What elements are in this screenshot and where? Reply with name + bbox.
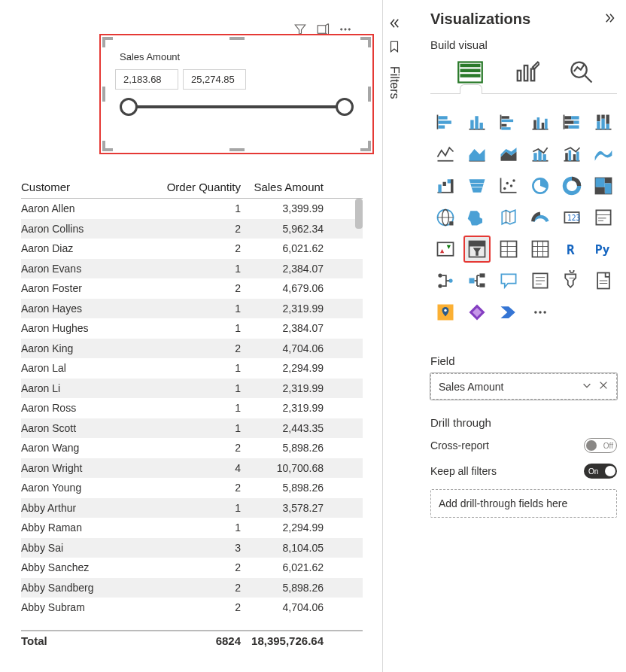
cell-amount: 6,021.62 <box>245 242 328 254</box>
viz-type-shape-map[interactable] <box>495 204 522 231</box>
total-qty: 6824 <box>164 634 245 647</box>
viz-type-decomposition-tree[interactable] <box>463 267 491 294</box>
viz-type-key-influencers[interactable] <box>432 267 459 294</box>
viz-type-stacked-bar[interactable] <box>432 109 459 136</box>
table-row[interactable]: Aaron Evans12,384.07 <box>21 259 363 279</box>
remove-field-icon[interactable] <box>598 380 609 393</box>
viz-type-pie[interactable] <box>527 172 554 199</box>
table-row[interactable]: Aaron Wright410,700.68 <box>21 458 363 479</box>
viz-type-table[interactable] <box>495 236 522 263</box>
viz-type-waterfall[interactable] <box>432 172 459 199</box>
cell-amount: 2,294.99 <box>245 521 328 534</box>
keep-filters-toggle[interactable]: On <box>584 464 617 479</box>
viz-type-smart-narrative[interactable] <box>527 267 554 294</box>
filters-label[interactable]: Filters <box>387 66 401 99</box>
expand-icon[interactable] <box>603 11 617 27</box>
visualizations-pane: Visualizations Build visual 123RPy Field… <box>420 0 626 672</box>
table-row[interactable]: Aaron Li12,319.99 <box>21 379 363 399</box>
viz-type-funnel[interactable] <box>463 172 491 199</box>
col-sales-amount[interactable]: Sales Amount <box>245 181 328 193</box>
tab-analytics[interactable] <box>568 59 595 86</box>
slicer-max-input[interactable]: 25,274.85 <box>183 69 246 90</box>
viz-type-more-visuals[interactable] <box>527 299 554 326</box>
cell-amount: 4,679.06 <box>245 282 328 294</box>
viz-type-map[interactable] <box>432 204 459 231</box>
viz-type-filled-map[interactable] <box>463 204 491 231</box>
viz-type-line[interactable] <box>432 141 459 168</box>
slicer-handle-max[interactable] <box>336 98 354 116</box>
table-row[interactable]: Aaron Collins25,962.34 <box>21 219 363 239</box>
viz-type-hundred-stacked-bar[interactable] <box>558 109 585 136</box>
viz-type-hundred-stacked-column[interactable] <box>590 109 617 136</box>
slicer-visual[interactable]: Sales Amount 2,183.68 25,274.85 <box>99 34 374 154</box>
slicer-track[interactable] <box>127 105 346 108</box>
viz-type-clustered-column[interactable] <box>527 109 554 136</box>
viz-type-clustered-bar[interactable] <box>495 109 522 136</box>
svg-marker-89 <box>440 249 444 253</box>
table-row[interactable]: Aaron Allen13,399.99 <box>21 199 363 219</box>
slicer-min-input[interactable]: 2,183.68 <box>115 69 178 90</box>
tab-format[interactable] <box>512 59 539 86</box>
cell-qty: 2 <box>164 482 245 494</box>
slicer-handle-min[interactable] <box>120 98 138 116</box>
viz-type-stacked-area[interactable] <box>495 141 522 168</box>
viz-type-area[interactable] <box>463 141 491 168</box>
col-order-quantity[interactable]: Order Quantity <box>164 181 245 193</box>
viz-type-python-visual[interactable]: Py <box>590 236 617 263</box>
table-row[interactable]: Abby Sanchez26,021.62 <box>21 558 363 578</box>
viz-type-multi-row-card[interactable] <box>590 204 617 231</box>
cell-amount: 2,319.99 <box>245 382 328 394</box>
table-row[interactable]: Abby Subram24,704.06 <box>21 598 363 618</box>
chevron-down-icon[interactable] <box>582 380 592 393</box>
viz-type-arcgis-map[interactable] <box>432 299 459 326</box>
viz-type-line-clustered-column[interactable] <box>558 141 585 168</box>
viz-type-card[interactable]: 123 <box>558 204 585 231</box>
resize-handle-b[interactable] <box>229 148 245 151</box>
drill-through-drop-area[interactable]: Add drill-through fields here <box>430 489 617 518</box>
table-row[interactable]: Aaron Wang25,898.26 <box>21 438 363 458</box>
collapse-icon[interactable] <box>387 17 401 32</box>
cell-qty: 1 <box>164 362 245 374</box>
cell-qty: 2 <box>164 242 245 254</box>
viz-type-scatter[interactable] <box>495 172 522 199</box>
viz-type-metrics[interactable] <box>558 267 585 294</box>
table-row[interactable]: Aaron Diaz26,021.62 <box>21 239 363 259</box>
svg-rect-107 <box>470 278 475 284</box>
table-row[interactable]: Aaron King24,704.06 <box>21 339 363 359</box>
table-row[interactable]: Aaron Scott12,443.35 <box>21 418 363 439</box>
table-row[interactable]: Aaron Lal12,294.99 <box>21 358 363 379</box>
viz-type-qna[interactable] <box>495 267 522 294</box>
viz-type-power-automate[interactable] <box>495 299 522 326</box>
viz-type-power-apps[interactable] <box>463 299 491 326</box>
table-row[interactable]: Abby Raman12,294.99 <box>21 518 363 538</box>
cross-report-toggle[interactable]: Off <box>584 438 617 453</box>
cell-qty: 1 <box>164 322 245 334</box>
viz-type-gauge[interactable] <box>527 204 554 231</box>
viz-type-ribbon[interactable] <box>590 141 617 168</box>
table-row[interactable]: Aaron Hughes12,384.07 <box>21 318 363 339</box>
resize-handle-r[interactable] <box>368 87 371 102</box>
svg-point-66 <box>506 182 509 185</box>
viz-type-treemap[interactable] <box>590 172 617 199</box>
table-row[interactable]: Aaron Foster24,679.06 <box>21 278 363 299</box>
table-row[interactable]: Aaron Young25,898.26 <box>21 478 363 498</box>
scrollbar-thumb[interactable] <box>355 199 363 229</box>
col-customer[interactable]: Customer <box>21 181 164 193</box>
table-row[interactable]: Abby Arthur13,578.27 <box>21 498 363 518</box>
viz-type-paginated-report[interactable] <box>590 267 617 294</box>
tab-build[interactable] <box>457 59 484 86</box>
table-row[interactable]: Aaron Ross12,319.99 <box>21 398 363 418</box>
viz-type-donut[interactable] <box>558 172 585 199</box>
table-row[interactable]: Abby Sandberg25,898.26 <box>21 578 363 598</box>
viz-type-line-stacked-column[interactable] <box>527 141 554 168</box>
viz-type-stacked-column[interactable] <box>463 109 491 136</box>
viz-type-matrix[interactable] <box>527 236 554 263</box>
viz-type-slicer[interactable] <box>463 236 491 263</box>
table-visual[interactable]: Customer Order Quantity Sales Amount Aar… <box>21 181 363 647</box>
table-row[interactable]: Abby Sai38,104.05 <box>21 538 363 558</box>
viz-type-r-visual[interactable]: R <box>558 236 585 263</box>
field-well[interactable]: Sales Amount <box>430 373 617 400</box>
viz-type-kpi[interactable] <box>432 236 459 263</box>
bookmark-icon[interactable] <box>387 40 401 56</box>
table-row[interactable]: Aaron Hayes12,319.99 <box>21 299 363 319</box>
